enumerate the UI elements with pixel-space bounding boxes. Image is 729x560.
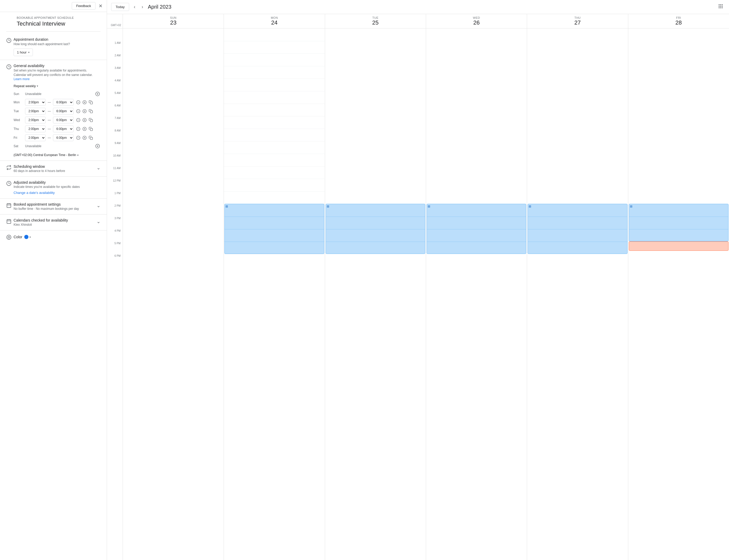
mon-appt-block[interactable]: ⊞	[224, 204, 324, 254]
grid-view-button[interactable]	[716, 2, 725, 12]
tue-start-time[interactable]: 2:00pm	[25, 108, 46, 115]
time-label-2pm: 2 PM	[107, 204, 123, 216]
sun-unavail: Unavailable	[25, 92, 93, 96]
day-col-fri: ⊞	[628, 28, 729, 560]
calendar-title: April 2023	[148, 4, 713, 10]
day-header-thu: THU 27	[527, 14, 628, 28]
mon-start-time[interactable]: 2:00pm	[25, 99, 46, 106]
day-number-thu: 27	[528, 19, 627, 26]
fri-remove-btn[interactable]	[76, 135, 81, 140]
fri-appt-block-blue[interactable]: ⊞	[629, 204, 728, 241]
scheduling-window-section[interactable]: Scheduling window 60 days in advance to …	[0, 160, 107, 176]
calendars-title: Calendars checked for availability	[14, 218, 97, 222]
thu-remove-btn[interactable]	[76, 126, 81, 132]
svg-rect-34	[90, 137, 93, 140]
feedback-button[interactable]: Feedback	[72, 2, 95, 10]
mon-end-time[interactable]: 6:00pm	[53, 99, 74, 106]
svg-rect-16	[90, 111, 93, 113]
close-button[interactable]: ✕	[98, 3, 104, 9]
wed-end-time[interactable]: 6:00pm	[53, 117, 74, 123]
scheduling-window-title: Scheduling window	[14, 164, 97, 169]
mon-remove-btn[interactable]	[76, 100, 81, 105]
fri-copy-btn[interactable]	[88, 135, 93, 140]
calendar-grid: 1 AM 2 AM 3 AM 4 AM 5 AM 6 AM 7 AM 8 AM …	[107, 28, 729, 560]
avail-row-sat: Sat Unavailable	[14, 143, 100, 149]
fri-start-time[interactable]: 2:00pm	[25, 134, 46, 141]
day-col-wed: ⊞	[426, 28, 527, 560]
calendars-section[interactable]: Calendars checked for availability Kleo …	[0, 214, 107, 230]
general-availability-title: General availability	[14, 64, 100, 68]
duration-arrow-icon: ▾	[28, 51, 29, 54]
prev-nav-button[interactable]: ‹	[132, 3, 137, 11]
time-label-10am: 10 AM	[107, 154, 123, 166]
time-label-4am: 4 AM	[107, 79, 123, 91]
avail-row-tue: Tue 2:00pm — 6:00pm	[14, 108, 100, 115]
change-date-link[interactable]: Change a date's availability	[14, 191, 100, 195]
timezone-dropdown[interactable]: (GMT+02:00) Central European Time - Berl…	[14, 153, 79, 157]
tue-add-btn[interactable]	[82, 109, 87, 114]
fri-add-btn[interactable]	[82, 135, 87, 140]
svg-point-48	[8, 236, 10, 238]
wed-appt-block[interactable]: ⊞	[427, 204, 526, 254]
left-panel: Feedback ✕ BOOKABLE APPOINTMENT SCHEDULE…	[0, 0, 107, 560]
thu-start-time[interactable]: 2:00pm	[25, 126, 46, 132]
avail-row-thu: Thu 2:00pm — 6:00pm	[14, 126, 100, 132]
sat-add-btn[interactable]	[95, 143, 100, 149]
mon-copy-btn[interactable]	[88, 100, 93, 105]
time-label-9am: 9 AM	[107, 141, 123, 154]
thu-end-time[interactable]: 6:00pm	[53, 126, 74, 132]
learn-more-link[interactable]: Learn more	[14, 77, 29, 81]
palette-icon	[4, 234, 14, 240]
wed-copy-btn[interactable]	[88, 117, 93, 123]
color-label: Color	[14, 235, 22, 239]
wed-start-time[interactable]: 2:00pm	[25, 117, 46, 123]
wed-remove-btn[interactable]	[76, 117, 81, 123]
color-section: Color ▾	[0, 230, 107, 243]
avail-row-wed: Wed 2:00pm — 6:00pm	[14, 117, 100, 123]
fri-appt-block-orange[interactable]	[629, 241, 728, 251]
time-label-1pm: 1 PM	[107, 191, 123, 204]
fri-end-time[interactable]: 6:00pm	[53, 134, 74, 141]
thu-add-btn[interactable]	[82, 126, 87, 132]
thu-appt-block[interactable]: ⊞	[528, 204, 627, 254]
day-col-mon: ⊞	[224, 28, 325, 560]
today-button[interactable]: Today	[111, 3, 129, 11]
time-label-4pm: 4 PM	[107, 229, 123, 241]
thu-copy-btn[interactable]	[88, 126, 93, 132]
time-label-8am: 8 AM	[107, 129, 123, 141]
calendar-icon	[4, 218, 14, 224]
next-nav-button[interactable]: ›	[140, 3, 145, 11]
calendar-header: Today ‹ › April 2023	[107, 0, 729, 14]
avail-row-sun: Sun Unavailable	[14, 91, 100, 97]
day-label-tue: Tue	[14, 109, 23, 113]
adjusted-availability-content: Adjusted availability Indicate times you…	[14, 180, 100, 195]
tue-copy-btn[interactable]	[88, 109, 93, 114]
repeat-weekly-dropdown[interactable]: Repeat weekly ▾	[14, 84, 38, 88]
day-name-fri: FRI	[629, 16, 728, 19]
tue-remove-btn[interactable]	[76, 109, 81, 114]
sat-unavail: Unavailable	[25, 144, 93, 148]
svg-point-47	[7, 235, 11, 240]
booked-settings-section[interactable]: Booked appointment settings No buffer ti…	[0, 198, 107, 214]
day-label-thu: Thu	[14, 127, 23, 131]
duration-dropdown[interactable]: 1 hour ▾	[14, 49, 33, 56]
sun-add-btn[interactable]	[95, 91, 100, 97]
day-label-wed: Wed	[14, 118, 23, 122]
mon-add-btn[interactable]	[82, 100, 87, 105]
bookable-label: BOOKABLE APPOINTMENT SCHEDULE	[17, 16, 100, 19]
day-header-wed: WED 26	[426, 14, 527, 28]
time-label-3am: 3 AM	[107, 66, 123, 79]
tue-end-time[interactable]: 6:00pm	[53, 108, 74, 115]
timezone-label: GMT+02	[107, 14, 123, 28]
calendar-body: GMT+02 SUN 23 MON 24 TUE 25 WED 26 THU 2…	[107, 14, 729, 560]
scheduling-window-subtitle: 60 days in advance to 4 hours before	[14, 169, 97, 173]
time-label-5pm: 5 PM	[107, 241, 123, 254]
avail-row-fri: Fri 2:00pm — 6:00pm	[14, 134, 100, 141]
tue-appt-block[interactable]: ⊞	[326, 204, 425, 254]
day-header-sun: SUN 23	[123, 14, 224, 28]
adjusted-availability-subtitle: Indicate times you're available for spec…	[14, 185, 100, 189]
appointment-duration-section: Appointment duration How long should eac…	[0, 34, 107, 60]
day-name-tue: TUE	[326, 16, 425, 19]
calendars-subtitle: Kleo Xhindoli	[14, 223, 97, 227]
wed-add-btn[interactable]	[82, 117, 87, 123]
